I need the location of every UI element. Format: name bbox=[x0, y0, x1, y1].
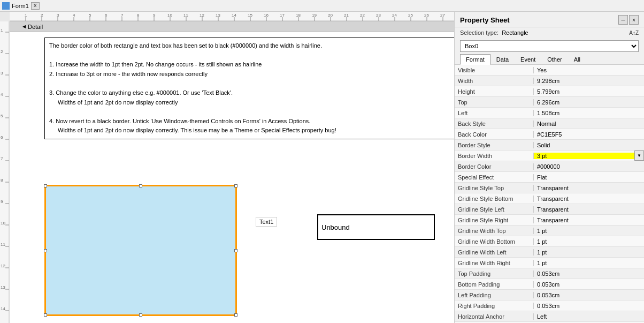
property-value: 1 pt bbox=[534, 228, 644, 234]
property-row[interactable]: Border Width3 pt▼ bbox=[455, 151, 644, 161]
property-name: Top bbox=[455, 99, 534, 106]
tab-event[interactable]: Event bbox=[515, 54, 541, 65]
handle-middle-left[interactable] bbox=[44, 249, 47, 252]
property-value: #000000 bbox=[534, 163, 644, 170]
tab-all[interactable]: All bbox=[568, 54, 586, 65]
property-name: Gridline Width Right bbox=[455, 260, 534, 266]
property-close-button[interactable]: × bbox=[629, 15, 639, 25]
property-row[interactable]: Right Padding0.053cm bbox=[455, 301, 644, 311]
property-row[interactable]: Left1.508cm bbox=[455, 108, 644, 118]
selection-type-row: Selection type: Rectangle A↕Z bbox=[455, 27, 644, 38]
tab-data[interactable]: Data bbox=[490, 54, 515, 65]
section-header: ◀ Detail bbox=[10, 21, 454, 32]
svg-text:13: 13 bbox=[216, 13, 220, 18]
property-table: VisibleYesWidth9.298cmHeight5.799cmTop6.… bbox=[455, 65, 644, 323]
rectangle-box[interactable] bbox=[44, 185, 237, 316]
property-name: Gridline Style Left bbox=[455, 206, 534, 213]
svg-text:12: 12 bbox=[1, 264, 5, 268]
property-row[interactable]: Gridline Width Top1 pt bbox=[455, 226, 644, 236]
svg-text:13: 13 bbox=[1, 285, 5, 290]
svg-text:5: 5 bbox=[89, 13, 91, 18]
object-dropdown[interactable]: Box0 bbox=[460, 40, 639, 52]
property-row[interactable]: Height5.799cm bbox=[455, 86, 644, 97]
svg-text:10: 10 bbox=[1, 221, 5, 226]
property-row[interactable]: Top Padding0.053cm bbox=[455, 268, 644, 279]
tab-other[interactable]: Other bbox=[541, 54, 568, 65]
text-line-5: Widths of 1pt and 2pt do now display cor… bbox=[49, 98, 454, 108]
handle-bottom-middle[interactable] bbox=[139, 313, 142, 317]
text-line-4: 3. Change the color to anything else e.g… bbox=[49, 88, 454, 98]
property-row[interactable]: Border Color#000000 bbox=[455, 161, 644, 172]
property-row[interactable]: Gridline Style TopTransparent bbox=[455, 183, 644, 193]
property-row[interactable]: Gridline Width Right1 pt bbox=[455, 258, 644, 268]
canvas-area[interactable]: The border color of both rectangle and t… bbox=[10, 32, 454, 323]
property-name: Gridline Style Bottom bbox=[455, 196, 534, 202]
svg-text:21: 21 bbox=[344, 13, 349, 18]
sort-az-icon[interactable]: A↕Z bbox=[629, 30, 639, 36]
handle-bottom-left[interactable] bbox=[44, 313, 47, 317]
property-row[interactable]: Top6.296cm bbox=[455, 97, 644, 108]
svg-text:6: 6 bbox=[1, 135, 3, 140]
property-row[interactable]: Horizontal AnchorLeft bbox=[455, 311, 644, 322]
property-row[interactable]: Gridline Width Bottom1 pt bbox=[455, 236, 644, 247]
svg-text:8: 8 bbox=[137, 13, 140, 18]
form-design-area: // Generated inline 1 2 3 4 5 6 7 8 bbox=[0, 12, 454, 323]
property-value: 0.053cm bbox=[534, 292, 644, 298]
section-triangle-icon: ◀ bbox=[22, 24, 26, 29]
svg-text:20: 20 bbox=[328, 13, 333, 18]
unbound-text: Unbound bbox=[321, 223, 350, 231]
close-tab-button[interactable]: × bbox=[31, 2, 40, 10]
resize-handles bbox=[44, 184, 237, 317]
property-row[interactable]: Gridline Style LeftTransparent bbox=[455, 204, 644, 215]
property-name: Left bbox=[455, 110, 534, 116]
text-line-2: 1. Increase the width to 1pt then 2pt. N… bbox=[49, 60, 454, 70]
property-name: Horizontal Anchor bbox=[455, 313, 534, 320]
property-row[interactable]: Gridline Style RightTransparent bbox=[455, 215, 644, 226]
svg-text:15: 15 bbox=[248, 13, 252, 18]
property-minimize-button[interactable]: ─ bbox=[618, 15, 628, 25]
svg-rect-56 bbox=[0, 21, 10, 323]
property-value: 1.508cm bbox=[534, 110, 644, 116]
property-value: 9.298cm bbox=[534, 78, 644, 84]
property-row[interactable]: Back Color#C1E5F5 bbox=[455, 129, 644, 140]
property-name: Right Padding bbox=[455, 303, 534, 309]
property-value: #C1E5F5 bbox=[534, 131, 644, 138]
property-row[interactable]: Border StyleSolid bbox=[455, 140, 644, 151]
property-value-container: 3 pt▼ bbox=[534, 151, 644, 161]
property-row[interactable]: Gridline Width Left1 pt bbox=[455, 247, 644, 258]
text-line-1: The border color of both rectangle and t… bbox=[49, 41, 454, 51]
svg-text:2: 2 bbox=[41, 13, 43, 18]
property-row[interactable]: Left Padding0.053cm bbox=[455, 290, 644, 301]
svg-text:6: 6 bbox=[105, 13, 108, 18]
property-name: Visible bbox=[455, 67, 534, 73]
unbound-text-box[interactable]: Unbound bbox=[317, 214, 435, 240]
property-row[interactable]: Back StyleNormal bbox=[455, 118, 644, 129]
property-row[interactable]: Width9.298cm bbox=[455, 76, 644, 86]
property-row[interactable]: VisibleYes bbox=[455, 65, 644, 76]
svg-text:22: 22 bbox=[360, 13, 365, 18]
property-dropdown-button[interactable]: ▼ bbox=[634, 151, 644, 161]
tab-format[interactable]: Format bbox=[460, 54, 490, 65]
property-name: Gridline Width Left bbox=[455, 249, 534, 256]
property-name: Gridline Width Top bbox=[455, 228, 534, 234]
text-line-3: 2. Increase to 3pt or more - the width n… bbox=[49, 70, 454, 79]
handle-top-left[interactable] bbox=[44, 184, 47, 187]
property-name: Top Padding bbox=[455, 271, 534, 277]
horizontal-ruler: // Generated inline 1 2 3 4 5 6 7 8 bbox=[10, 12, 454, 21]
property-name: Back Color bbox=[455, 131, 534, 138]
property-value: 0.053cm bbox=[534, 281, 644, 288]
handle-top-middle[interactable] bbox=[139, 184, 142, 187]
handle-middle-right[interactable] bbox=[234, 249, 237, 252]
text1-label: Text1 bbox=[256, 217, 277, 227]
svg-text:18: 18 bbox=[296, 13, 301, 18]
handle-top-right[interactable] bbox=[234, 184, 237, 187]
property-row[interactable]: Bottom Padding0.053cm bbox=[455, 279, 644, 290]
property-name: Width bbox=[455, 78, 534, 84]
title-bar: Form1 × bbox=[0, 0, 644, 12]
property-name: Gridline Style Top bbox=[455, 185, 534, 191]
property-row[interactable]: Special EffectFlat bbox=[455, 172, 644, 183]
property-value: 3 pt bbox=[534, 153, 634, 159]
handle-bottom-right[interactable] bbox=[234, 313, 237, 317]
property-row[interactable]: Gridline Style BottomTransparent bbox=[455, 193, 644, 204]
svg-text:1: 1 bbox=[1, 28, 3, 33]
